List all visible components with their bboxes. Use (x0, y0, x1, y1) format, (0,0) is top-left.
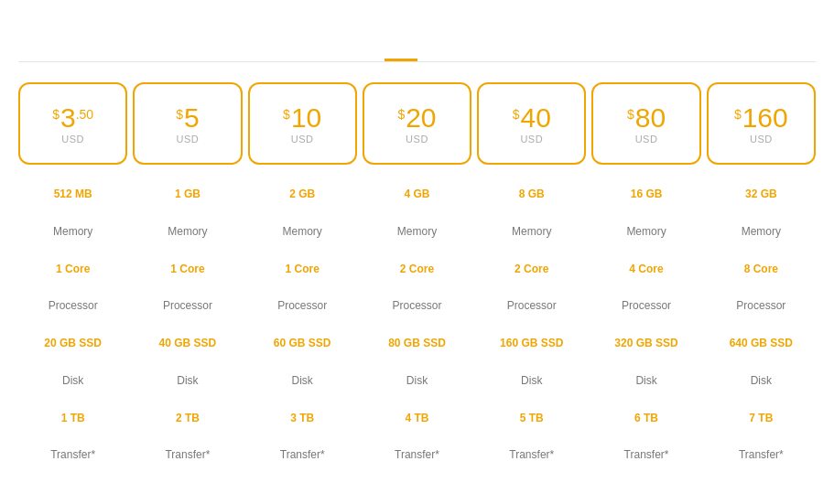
spec-col-3: 4 GBMemory2 CoreProcessor80 GB SSDDisk4 … (363, 185, 471, 483)
spec-item: 1 Core (56, 260, 90, 278)
spec-col-5: 16 GBMemory4 CoreProcessor320 GB SSDDisk… (591, 185, 700, 483)
price-main: 40 (520, 104, 550, 132)
spec-item: Memory (626, 222, 666, 241)
spec-item: 7 TB (749, 409, 773, 427)
spec-item: 1 GB (175, 185, 200, 203)
spec-item: 6 TB (634, 409, 658, 427)
spec-item: 512 MB (54, 185, 92, 203)
spec-item: Memory (742, 222, 781, 241)
price-box-4[interactable]: $40USD (477, 82, 586, 165)
price-cents: .50 (76, 108, 93, 121)
spec-item: 1 Core (286, 260, 320, 278)
spec-item: Processor (392, 296, 441, 315)
spec-item: Processor (163, 296, 212, 315)
spec-item: Memory (53, 222, 92, 241)
spec-item: Disk (751, 371, 772, 390)
tab-bar (18, 44, 816, 61)
price-box-3[interactable]: $20USD (363, 82, 471, 165)
price-box-2[interactable]: $10USD (248, 82, 357, 165)
spec-item: 2 GB (289, 185, 315, 203)
spec-item: Disk (635, 371, 656, 390)
spec-item: Transfer* (739, 445, 784, 464)
spec-item: 80 GB SSD (388, 334, 446, 352)
price-main: 10 (291, 104, 321, 132)
spec-item: Processor (277, 296, 327, 315)
dollar-sign: $ (397, 108, 405, 121)
specs-row: 512 MBMemory1 CoreProcessor20 GB SSDDisk… (18, 185, 816, 483)
price-usd: USD (406, 134, 428, 145)
spec-item: Disk (406, 371, 428, 390)
price-box-6[interactable]: $160USD (707, 82, 816, 165)
spec-item: Processor (507, 296, 557, 315)
spec-item: 320 GB SSD (614, 334, 677, 352)
dollar-sign: $ (176, 108, 183, 121)
price-main: 160 (742, 104, 788, 132)
spec-item: Transfer* (280, 445, 325, 464)
spec-item: Processor (49, 296, 98, 315)
tab-divider (18, 61, 816, 62)
spec-item: 20 GB SSD (44, 334, 102, 352)
spec-item: Memory (283, 222, 322, 241)
price-usd: USD (61, 134, 84, 145)
price-box-0[interactable]: $3.50USD (18, 82, 127, 165)
spec-item: Transfer* (624, 445, 669, 464)
spec-item: Transfer* (395, 445, 439, 464)
spec-item: 60 GB SSD (274, 334, 331, 352)
spec-item: 1 Core (170, 260, 204, 278)
spec-item: 8 Core (744, 260, 778, 278)
spec-item: Transfer* (165, 445, 210, 464)
spec-item: 2 Core (514, 260, 548, 278)
spec-item: Processor (622, 296, 671, 315)
spec-item: 40 GB SSD (159, 334, 217, 352)
price-boxes-row: $3.50USD$5USD$10USD$20USD$40USD$80USD$16… (18, 82, 816, 165)
spec-item: Disk (177, 371, 198, 390)
spec-col-0: 512 MBMemory1 CoreProcessor20 GB SSDDisk… (18, 185, 127, 483)
dollar-sign: $ (734, 108, 742, 121)
spec-item: Memory (512, 222, 551, 241)
spec-item: Transfer* (50, 445, 95, 464)
price-main: 20 (406, 104, 436, 132)
spec-item: 2 Core (400, 260, 434, 278)
price-usd: USD (291, 134, 314, 145)
dollar-sign: $ (52, 108, 60, 121)
price-usd: USD (635, 134, 658, 145)
spec-item: 16 GB (631, 185, 663, 203)
spec-item: Memory (168, 222, 207, 241)
price-usd: USD (520, 134, 543, 145)
price-usd: USD (177, 134, 200, 145)
spec-col-6: 32 GBMemory8 CoreProcessor640 GB SSDDisk… (707, 185, 816, 483)
spec-item: 4 GB (404, 185, 429, 203)
spec-item: 4 TB (405, 409, 428, 427)
dollar-sign: $ (627, 108, 634, 121)
spec-item: Disk (521, 371, 542, 390)
price-usd: USD (750, 134, 773, 145)
spec-item: 160 GB SSD (500, 334, 563, 352)
spec-item: Transfer* (509, 445, 554, 464)
spec-item: Memory (397, 222, 437, 241)
tab-linux[interactable] (385, 44, 417, 61)
spec-col-2: 2 GBMemory1 CoreProcessor60 GB SSDDisk3 … (248, 185, 357, 483)
dollar-sign: $ (513, 108, 520, 121)
spec-col-4: 8 GBMemory2 CoreProcessor160 GB SSDDisk5… (477, 185, 586, 483)
price-main: 5 (184, 104, 200, 132)
spec-item: Disk (292, 371, 313, 390)
spec-item: 8 GB (519, 185, 545, 203)
tab-windows[interactable] (417, 44, 450, 61)
price-box-1[interactable]: $5USD (133, 82, 242, 165)
spec-item: 3 TB (290, 409, 314, 427)
dollar-sign: $ (283, 108, 290, 121)
spec-item: 640 GB SSD (730, 334, 793, 352)
spec-item: Disk (62, 371, 83, 390)
spec-item: 2 TB (176, 409, 200, 427)
price-main: 3 (60, 104, 76, 132)
price-main: 80 (635, 104, 666, 132)
spec-item: 5 TB (520, 409, 544, 427)
spec-item: 4 Core (629, 260, 663, 278)
spec-item: 32 GB (745, 185, 777, 203)
spec-item: 1 TB (61, 409, 85, 427)
price-box-5[interactable]: $80USD (591, 82, 700, 165)
spec-col-1: 1 GBMemory1 CoreProcessor40 GB SSDDisk2 … (133, 185, 242, 483)
spec-item: Processor (736, 296, 785, 315)
